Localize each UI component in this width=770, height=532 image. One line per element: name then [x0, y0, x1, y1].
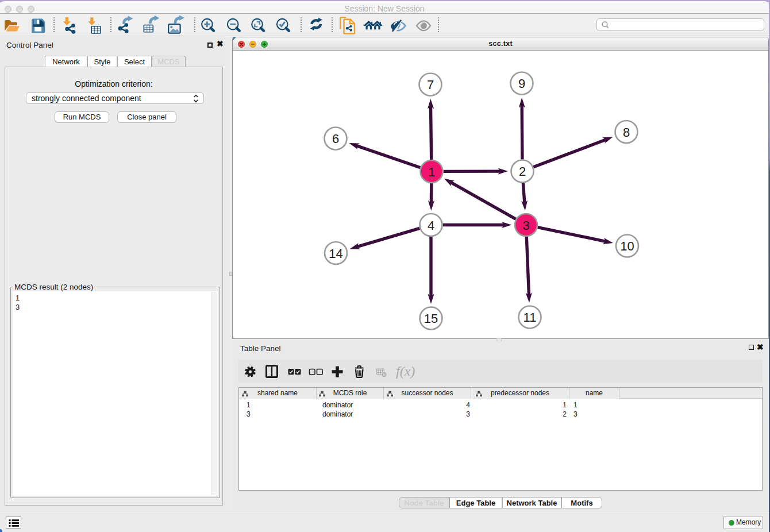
svg-text:1: 1 [428, 165, 435, 179]
svg-text:7: 7 [427, 78, 434, 92]
svg-text:2: 2 [519, 164, 526, 179]
svg-text:4: 4 [428, 218, 434, 233]
svg-text:14: 14 [329, 246, 342, 261]
svg-text:3: 3 [522, 218, 529, 233]
svg-text:10: 10 [620, 239, 634, 253]
svg-text:11: 11 [523, 310, 537, 325]
svg-text:6: 6 [332, 132, 339, 146]
svg-text:9: 9 [518, 76, 525, 91]
svg-text:15: 15 [424, 311, 438, 326]
svg-text:8: 8 [623, 125, 630, 140]
